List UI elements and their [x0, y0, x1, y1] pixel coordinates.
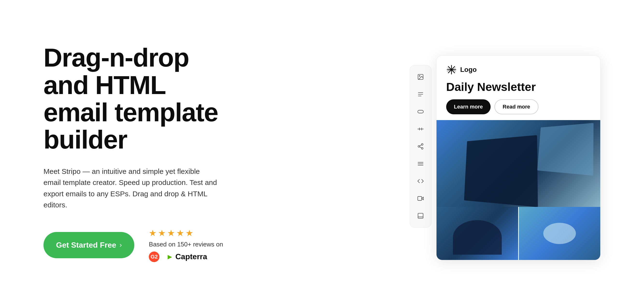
email-image-small-left: [436, 207, 519, 260]
capterra-logo: ► Capterra: [166, 252, 207, 261]
reviews-text: Based on 150+ reviews on: [149, 241, 223, 248]
email-logo-text: Logo: [460, 66, 476, 74]
star-4: ★: [176, 228, 184, 238]
email-panel: Logo Daily Newsletter Learn more Read mo…: [436, 55, 600, 260]
review-logos: G2 ► Capterra: [149, 252, 223, 262]
left-section: Drag-n-drop and HTML email template buil…: [44, 44, 242, 262]
star-3: ★: [167, 228, 175, 238]
toolbar-footer[interactable]: [413, 208, 428, 224]
right-section: Logo Daily Newsletter Learn more Read mo…: [242, 45, 600, 262]
email-main-image: [436, 120, 600, 207]
email-image-small-right: [519, 207, 600, 260]
email-newsletter-title: Daily Newsletter: [446, 81, 590, 94]
learn-more-button[interactable]: Learn more: [446, 99, 490, 114]
toolbar-divider[interactable]: [413, 121, 428, 137]
svg-rect-17: [418, 196, 422, 200]
toolbar-text[interactable]: [413, 87, 428, 102]
svg-line-12: [420, 147, 422, 148]
toolbar-video[interactable]: [413, 191, 428, 206]
svg-line-13: [420, 145, 422, 146]
email-buttons: Learn more Read more: [446, 99, 590, 114]
star-2: ★: [158, 228, 166, 238]
toolbar-code[interactable]: [413, 173, 428, 189]
reviews-section: ★ ★ ★ ★ ★ Based on 150+ reviews on G2 ►: [149, 228, 223, 262]
svg-rect-19: [418, 213, 423, 218]
svg-point-1: [419, 75, 420, 76]
capterra-arrow-icon: ►: [166, 253, 174, 261]
toolbar-image[interactable]: [413, 69, 428, 85]
email-bottom-images: [436, 207, 600, 260]
cta-row: Get Started Free › ★ ★ ★ ★ ★ Based on 15…: [44, 228, 227, 262]
toolbar-menu[interactable]: [413, 156, 428, 171]
star-5: ★: [186, 228, 193, 238]
stars-row: ★ ★ ★ ★ ★: [149, 228, 223, 238]
page-container: Drag-n-drop and HTML email template buil…: [0, 0, 644, 306]
cta-arrow-icon: ›: [120, 241, 122, 249]
capterra-label: Capterra: [175, 252, 207, 261]
toolbar-button[interactable]: [413, 104, 428, 119]
hero-description: Meet Stripo — an intuitive and simple ye…: [44, 166, 218, 211]
get-started-button[interactable]: Get Started Free ›: [44, 232, 134, 258]
toolbar-social[interactable]: [413, 139, 428, 154]
editor-preview: Logo Daily Newsletter Learn more Read mo…: [410, 55, 600, 260]
email-logo-row: Logo: [446, 64, 590, 75]
svg-rect-5: [418, 110, 423, 113]
g2-label: G2: [151, 254, 158, 260]
g2-badge: G2: [149, 252, 160, 262]
email-header: Logo Daily Newsletter Learn more Read mo…: [436, 56, 600, 120]
svg-marker-18: [422, 197, 424, 200]
cta-button-label: Get Started Free: [56, 241, 116, 250]
g2-logo: G2: [149, 252, 160, 262]
read-more-button[interactable]: Read more: [494, 99, 538, 114]
star-1: ★: [149, 228, 156, 238]
email-logo-icon: [446, 64, 457, 75]
hero-title: Drag-n-drop and HTML email template buil…: [44, 44, 227, 153]
toolbar: [410, 65, 432, 228]
